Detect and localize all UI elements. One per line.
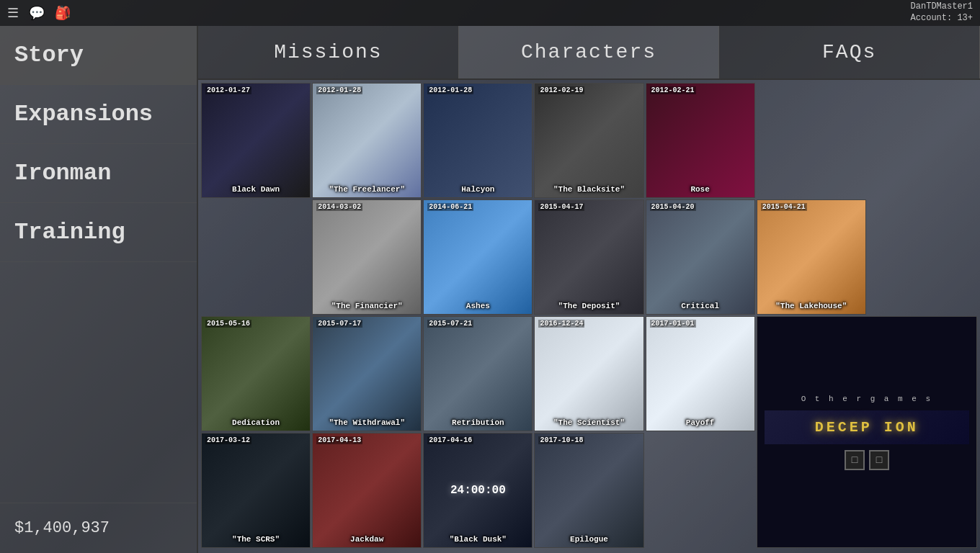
tab-missions[interactable]: Missions (198, 26, 459, 78)
grid-item-payoff[interactable]: 2017-01-01Payoff (646, 316, 755, 431)
sidebar: Story Expansions Ironman Training $1,400… (0, 26, 198, 553)
username: DanTDMaster1 (911, 1, 973, 13)
social-icon-1[interactable]: □ (845, 450, 865, 470)
item-label: Rose (646, 185, 754, 194)
nav-tabs: Missions Characters FAQs (198, 26, 980, 80)
item-date: 2012-02-21 (650, 86, 696, 94)
sidebar-item-ironman[interactable]: Ironman (0, 144, 197, 203)
item-date: 2012-01-27 (205, 86, 251, 94)
account-type: Account: 13+ (911, 13, 973, 24)
item-date: 2017-04-13 (316, 436, 362, 444)
item-date: 2012-02-19 (538, 86, 584, 94)
countdown-timer: 24:00:00 (450, 484, 506, 497)
grid-item-jackdaw[interactable]: 2017-04-13Jackdaw (312, 433, 422, 548)
item-label: Dedication (202, 418, 310, 427)
deception-banner[interactable]: DECEP ION (765, 410, 969, 444)
grid-item-lakehouse[interactable]: 2015-04-21"The Lakehouse" (757, 199, 866, 315)
item-label: "The SCRS" (202, 535, 310, 544)
grid-item-rose[interactable]: 2012-02-21Rose (646, 83, 755, 198)
empty-cell (646, 433, 755, 548)
item-label: "Black Dusk" (424, 535, 532, 544)
inventory-icon[interactable]: 🎒 (55, 5, 71, 21)
sidebar-item-expansions[interactable]: Expansions (0, 85, 197, 144)
item-label: Payoff (646, 418, 754, 427)
item-date: 2017-04-16 (427, 436, 473, 444)
main-content: 2012-01-27Black Dawn2012-01-28"The Freel… (198, 80, 980, 553)
item-date: 2012-01-28 (316, 86, 362, 94)
grid-item-scrs[interactable]: 2017-03-12"The SCRS" (201, 433, 311, 548)
item-label: "The Scientist" (535, 418, 643, 427)
user-info: DanTDMaster1 Account: 13+ (911, 1, 973, 24)
grid-item-scientist[interactable]: 2016-12-24"The Scientist" (534, 316, 643, 431)
tab-characters[interactable]: Characters (459, 26, 720, 78)
grid-item-critical[interactable]: 2015-04-20Critical (646, 199, 755, 315)
item-date: 2017-03-12 (205, 436, 251, 444)
other-games-cell[interactable]: O t h e r g a m e sDECEP ION□□ (757, 316, 977, 548)
item-label: Halcyon (424, 185, 532, 194)
item-label: Jackdaw (313, 535, 421, 544)
sidebar-item-training[interactable]: Training (0, 203, 197, 262)
grid-item-dedication[interactable]: 2015-05-16Dedication (201, 316, 311, 431)
item-date: 2015-05-16 (205, 320, 251, 328)
item-label: Retribution (424, 418, 532, 427)
empty-cell (757, 83, 866, 198)
empty-cell (868, 83, 977, 198)
empty-cell (201, 199, 311, 315)
menu-icon[interactable]: ☰ (7, 5, 19, 21)
empty-cell (868, 199, 977, 315)
item-date: 2017-10-18 (538, 436, 584, 444)
grid-item-retribution[interactable]: 2015-07-21Retribution (423, 316, 533, 431)
item-label: Black Dawn (202, 185, 310, 194)
item-label: Epilogue (535, 535, 643, 544)
missions-grid: 2012-01-27Black Dawn2012-01-28"The Freel… (200, 81, 979, 549)
item-date: 2015-07-21 (427, 320, 473, 328)
item-label: Critical (646, 302, 754, 310)
item-date: 2015-04-21 (761, 203, 807, 211)
social-icon-2[interactable]: □ (869, 450, 889, 470)
item-date: 2015-04-17 (538, 203, 584, 211)
item-date: 2012-01-28 (427, 86, 473, 94)
item-date: 2014-03-02 (316, 203, 362, 211)
grid-item-halcyon[interactable]: 2012-01-28Halcyon (423, 83, 533, 198)
item-date: 2017-01-01 (650, 320, 696, 328)
item-date: 2016-12-24 (538, 320, 584, 328)
item-label: "The Lakehouse" (757, 302, 865, 310)
item-date: 2015-04-20 (650, 203, 696, 211)
item-label: Ashes (424, 302, 532, 310)
item-date: 2015-07-17 (316, 320, 362, 328)
item-label: "The Freelancer" (313, 185, 421, 194)
grid-item-financier[interactable]: 2014-03-02"The Financier" (312, 199, 422, 315)
grid-item-freelancer[interactable]: 2012-01-28"The Freelancer" (312, 83, 422, 198)
sidebar-item-story[interactable]: Story (0, 26, 197, 85)
item-label: "The Withdrawal" (313, 418, 421, 427)
item-label: "The Deposit" (535, 302, 643, 310)
grid-item-blacksite[interactable]: 2012-02-19"The Blacksite" (534, 83, 643, 198)
chat-icon[interactable]: 💬 (29, 5, 45, 21)
other-games-label: O t h e r g a m e s (801, 395, 932, 403)
top-bar: ☰ 💬 🎒 DanTDMaster1 Account: 13+ (0, 0, 980, 26)
grid-item-black-dawn[interactable]: 2012-01-27Black Dawn (201, 83, 311, 198)
grid-item-blackdusk[interactable]: 2017-04-1624:00:00"Black Dusk" (423, 433, 533, 548)
grid-item-deposit[interactable]: 2015-04-17"The Deposit" (534, 199, 643, 315)
item-date: 2014-06-21 (427, 203, 473, 211)
top-bar-left: ☰ 💬 🎒 (7, 5, 71, 21)
tab-faqs[interactable]: FAQs (719, 26, 980, 78)
item-label: "The Blacksite" (535, 185, 643, 194)
grid-item-epilogue[interactable]: 2017-10-18Epilogue (534, 433, 643, 548)
grid-item-withdrawal[interactable]: 2015-07-17"The Withdrawal" (312, 316, 422, 431)
item-label: "The Financier" (313, 302, 421, 310)
grid-item-ashes[interactable]: 2014-06-21Ashes (423, 199, 533, 315)
balance-display: $1,400,937 (0, 503, 197, 553)
